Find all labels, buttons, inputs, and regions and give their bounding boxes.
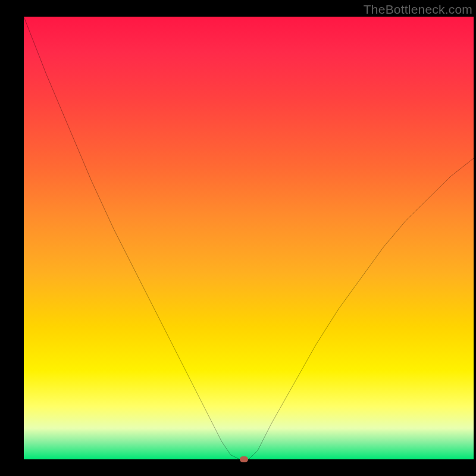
plot-area <box>24 17 474 459</box>
bottleneck-curve <box>24 17 474 459</box>
optimal-point-marker <box>240 456 248 462</box>
chart-frame: TheBottleneck.com <box>0 0 476 476</box>
watermark-text: TheBottleneck.com <box>364 2 472 17</box>
curve-layer <box>24 17 474 459</box>
